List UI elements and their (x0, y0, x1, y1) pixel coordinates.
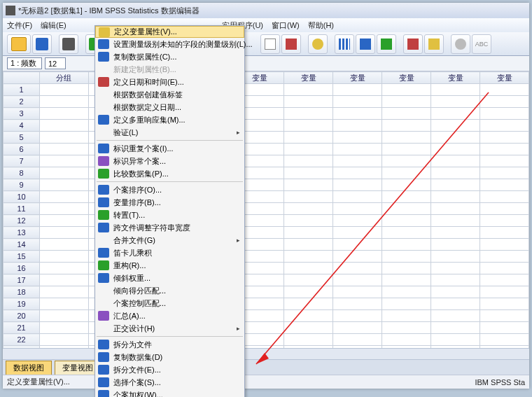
menu-item-icon (99, 27, 110, 37)
menu-item-label: 笛卡儿乘积 (113, 248, 152, 258)
menu-item-label: 标识重复个案(I)... (113, 144, 174, 154)
cell-value[interactable]: 12 (45, 57, 66, 69)
menu-item[interactable]: 验证(L) (95, 126, 244, 139)
menu-item-label: 倾斜权重... (113, 273, 150, 284)
menu-item-icon (98, 169, 109, 179)
menu-item-icon (98, 197, 109, 207)
menu-item-label: 标识异常个案... (113, 156, 166, 167)
menu-item[interactable]: 跨文件调整字符串宽度 (95, 221, 244, 234)
menu-item-icon (98, 39, 109, 49)
save-icon (36, 38, 48, 50)
menu-item-icon (98, 185, 109, 195)
show-all-button[interactable] (451, 34, 470, 54)
menu-item-icon (98, 273, 109, 283)
save-button[interactable] (32, 34, 52, 54)
menu-item[interactable]: 设置测量级别未知的字段的测量级别(L)... (95, 38, 244, 50)
use-sets-button[interactable] (424, 34, 444, 54)
menu-item[interactable]: 变量排序(B)... (95, 196, 244, 209)
menu-item[interactable]: 转置(T)... (95, 209, 244, 221)
menu-item[interactable]: 根据数据定义日期... (95, 101, 244, 113)
menu-item[interactable]: 汇总(A)... (95, 309, 244, 322)
menu-item[interactable]: 正交设计(H) (95, 322, 244, 335)
menu-item-label: 跨文件调整字符串宽度 (113, 223, 190, 233)
menu-item-icon (98, 248, 109, 258)
menu-item[interactable]: 个案加权(W)... (95, 389, 244, 397)
menu-item[interactable]: 根据数据创建值标签 (95, 88, 244, 101)
folder-open-icon (11, 37, 27, 51)
menu-item[interactable]: 复制数据集(D) (95, 351, 244, 363)
menu-item-label: 定义日期和时间(E)... (113, 77, 184, 88)
goto-case-button[interactable] (260, 34, 280, 54)
menu-item-label: 个案排序(O)... (113, 185, 162, 195)
menu-item[interactable]: 标识异常个案... (95, 155, 244, 167)
data-menu-dropdown[interactable]: 定义变量属性(V)...设置测量级别未知的字段的测量级别(L)...复制数据属性… (94, 25, 245, 397)
menu-item[interactable]: 标识重复个案(I)... (95, 142, 244, 155)
menu-separator (97, 336, 243, 337)
menu-item[interactable]: 复制数据属性(C)... (95, 50, 244, 63)
weight-button[interactable] (356, 34, 375, 54)
menu-item[interactable]: 个案控制匹配... (95, 297, 244, 309)
find-button[interactable] (308, 34, 328, 54)
menu-item-icon (98, 115, 109, 125)
menu-item-icon (98, 156, 109, 166)
vars-icon (286, 39, 297, 50)
cell-address[interactable]: 1 : 频数 (7, 57, 42, 69)
cell-editor-bar: 1 : 频数 12 (3, 56, 529, 71)
open-button[interactable] (7, 34, 31, 54)
menu-item-label: 比较数据集(P)... (113, 169, 169, 179)
menu-item-icon (98, 144, 109, 153)
app-icon (6, 6, 15, 15)
value-labels-button[interactable] (403, 34, 423, 54)
menu-item[interactable]: 笛卡儿乘积 (95, 246, 244, 259)
menu-item[interactable]: 选择个案(S)... (95, 376, 244, 389)
menu-item[interactable]: 定义变量属性(V)... (95, 26, 244, 38)
titlebar: *无标题2 [数据集1] - IBM SPSS Statistics 数据编辑器 (3, 3, 529, 18)
scale-icon (360, 39, 371, 50)
menu-item[interactable]: 倾斜权重... (95, 272, 244, 284)
select-cases-button[interactable] (377, 34, 396, 54)
menu-item-icon (98, 311, 109, 321)
menu-item: 新建定制属性(B)... (95, 63, 244, 76)
menu-item-label: 复制数据属性(C)... (113, 52, 176, 62)
menubar[interactable]: 文件(F) 编辑(E) 实用程序(U) 窗口(W) 帮助(H) (3, 18, 529, 32)
menu-edit[interactable]: 编辑(E) (36, 20, 71, 31)
menu-item-label: 转置(T)... (113, 210, 145, 221)
tab-data-view[interactable]: 数据视图 (6, 361, 52, 375)
menu-item-icon (98, 390, 109, 397)
menu-item[interactable]: 个案排序(O)... (95, 183, 244, 196)
split-button[interactable] (335, 34, 354, 54)
variables-button[interactable] (281, 34, 301, 54)
menu-item[interactable]: 拆分文件(E)... (95, 363, 244, 376)
window-title: *无标题2 [数据集1] - IBM SPSS Statistics 数据编辑器 (18, 6, 200, 16)
menu-item-icon (98, 377, 109, 387)
menu-item[interactable]: 定义多重响应集(M)... (95, 113, 244, 126)
menu-help[interactable]: 帮助(H) (304, 20, 338, 31)
menu-item-label: 个案加权(W)... (113, 390, 163, 398)
menu-item[interactable]: 比较数据集(P)... (95, 167, 244, 180)
app-window: *无标题2 [数据集1] - IBM SPSS Statistics 数据编辑器… (3, 3, 529, 389)
menu-item[interactable]: 定义日期和时间(E)... (95, 76, 244, 88)
menu-window[interactable]: 窗口(W) (267, 20, 304, 31)
menu-item-label: 正交设计(H) (113, 323, 155, 334)
menu-separator (97, 181, 243, 182)
menu-item-label: 变量排序(B)... (113, 197, 161, 208)
menu-item[interactable]: 倾向得分匹配... (95, 284, 244, 297)
hscrollbar[interactable] (3, 348, 529, 359)
menu-item-label: 选择个案(S)... (113, 377, 161, 388)
menu-item-label: 定义多重响应集(M)... (113, 115, 186, 125)
menu-item-label: 汇总(A)... (113, 311, 146, 321)
menu-item[interactable]: 拆分为文件 (95, 338, 244, 351)
menu-item[interactable]: 重构(R)... (95, 259, 244, 272)
menu-file[interactable]: 文件(F) (3, 20, 36, 31)
spellcheck-button[interactable]: ABC (472, 34, 491, 54)
status-processor: IBM SPSS Sta (475, 378, 529, 386)
menu-item-label: 验证(L) (113, 127, 138, 138)
menu-item-label: 重构(R)... (113, 260, 146, 271)
menu-item[interactable]: 合并文件(G) (95, 234, 244, 246)
menu-item-icon (98, 210, 109, 220)
data-grid[interactable]: 分组变量变量变量变量变量变量变量变量变量12345678910111213141… (3, 71, 529, 348)
print-button[interactable] (59, 34, 78, 54)
split-icon (339, 39, 350, 50)
menu-item-icon (98, 352, 109, 362)
menu-item-label: 根据数据定义日期... (113, 102, 181, 113)
